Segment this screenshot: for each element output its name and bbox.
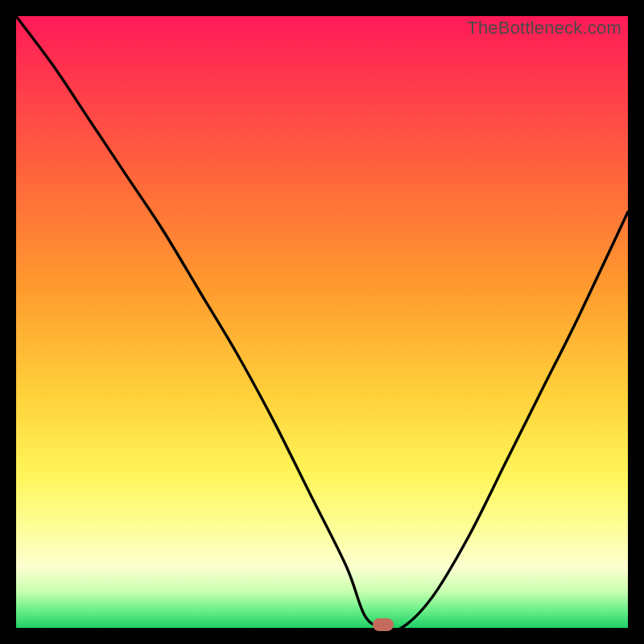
optimal-marker xyxy=(373,618,394,631)
plot-area: TheBottleneck.com xyxy=(16,16,628,628)
bottleneck-curve xyxy=(16,16,628,628)
curve-path xyxy=(16,16,628,628)
chart-frame: TheBottleneck.com xyxy=(0,0,644,644)
